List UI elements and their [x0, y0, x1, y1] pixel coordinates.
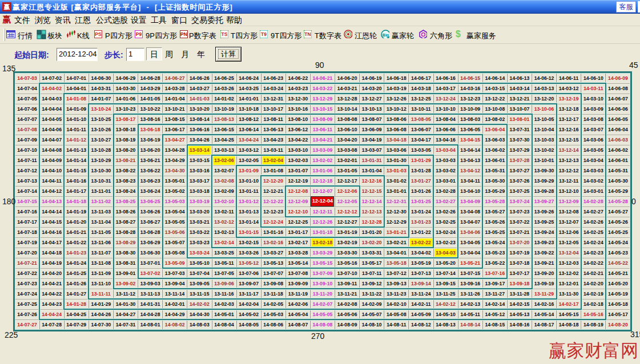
svg-text:Big: Big: [383, 33, 389, 38]
